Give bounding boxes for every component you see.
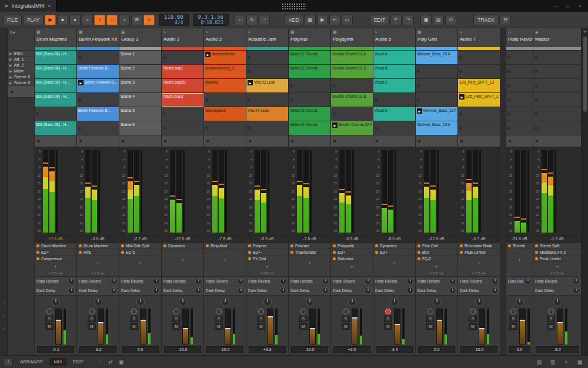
device-item-blur[interactable]: Blur (416, 249, 457, 256)
empty-clip-slot[interactable] (204, 121, 246, 135)
add-device-button[interactable]: + (289, 256, 330, 271)
mute-button[interactable]: M (172, 323, 181, 330)
play-menu-button[interactable]: PLAY (23, 15, 44, 25)
scene-play-icon[interactable]: ▶ (9, 81, 12, 85)
clip-fallonapiano[interactable]: fallonapiano (204, 107, 246, 121)
volume-fader[interactable] (436, 309, 443, 344)
track-header[interactable]: ≈Audio 7 (458, 28, 500, 51)
device-item-peak-limiter[interactable]: Peak Limiter (458, 249, 500, 256)
view-tab-edit[interactable]: EDIT (68, 358, 88, 366)
clip-berlin-firework-b[interactable]: Berlin Firework B... (77, 65, 119, 79)
devices-panel-toggle-icon[interactable]: ▪ (3, 301, 4, 304)
record-arm-button[interactable] (300, 309, 306, 314)
scene-play-icon[interactable]: ▶ (9, 51, 12, 55)
empty-clip-slot[interactable] (458, 65, 500, 79)
track-stop-button[interactable]: ■ (291, 138, 294, 144)
send-level-knob[interactable] (111, 287, 117, 294)
clip-soulful-chords-01-b[interactable]: Soulful Chords 01 B (331, 65, 373, 79)
volume-fader[interactable] (182, 309, 189, 344)
empty-clip-slot[interactable] (533, 79, 581, 93)
track-stop-button[interactable]: ■ (122, 138, 125, 144)
scene-play-icon[interactable]: ▶ (9, 63, 12, 67)
send-level-knob[interactable] (68, 287, 75, 294)
send-slot-dark-delay[interactable]: Dark Delay (35, 286, 76, 296)
add-device-button[interactable]: + (416, 262, 457, 271)
solo-button[interactable]: S (172, 316, 181, 322)
tempo-value[interactable]: 110.00 (164, 15, 183, 20)
clip-soulful-chords-02-b[interactable]: Soulful Chords 02 B (331, 93, 373, 107)
empty-clip-slot[interactable] (77, 93, 119, 107)
device-item-multiband-fx-3[interactable]: Multiband FX-3 (533, 249, 581, 256)
add-device-button[interactable]: + (246, 262, 288, 271)
scene-play-icon[interactable]: ▶ (9, 75, 12, 79)
scene-main[interactable]: ▶Main (8, 68, 34, 74)
volume-fader[interactable] (225, 309, 231, 344)
empty-clip-slot[interactable] (246, 65, 288, 79)
pan-knob[interactable] (179, 298, 187, 306)
track-header[interactable]: ≈Audio 1 (162, 28, 203, 51)
send-slot-plate-reverb[interactable]: Plate Reverb (162, 277, 203, 286)
clip-120-perc-spft-13[interactable]: 120_Perc_SPFT_13 (458, 79, 500, 93)
track-stop-button[interactable]: ■ (206, 138, 209, 144)
track-stop-button[interactable]: ■ (376, 138, 379, 144)
empty-clip-slot[interactable] (373, 93, 415, 107)
track-stop-button[interactable]: ■ (460, 138, 463, 144)
device-enable-icon[interactable] (333, 251, 336, 254)
device-item-dynamics[interactable]: Dynamics (373, 243, 415, 249)
device-item-eq[interactable]: EQ+ (373, 249, 415, 256)
add-device-button[interactable]: + (533, 262, 581, 271)
track-stop-button[interactable]: ■ (418, 138, 421, 144)
mute-button[interactable]: M (342, 323, 350, 330)
empty-clip-slot[interactable] (416, 93, 457, 107)
sends-panel-toggle-icon[interactable]: ▪ (3, 314, 4, 317)
add-device-button[interactable]: + (458, 256, 500, 271)
clip-minimal-bass-13-a[interactable]: Minimal_Bass_13 A (416, 121, 457, 135)
send-level-knob[interactable] (153, 278, 159, 284)
send-slot-dark-delay[interactable]: Dark Delay (416, 286, 457, 296)
send-level-knob[interactable] (492, 278, 498, 284)
add-device-button[interactable]: + (35, 262, 76, 271)
empty-clip-slot[interactable] (162, 121, 203, 135)
clip-vita-03-lead[interactable]: ▶Vita 03 Lead (246, 79, 288, 93)
mute-button[interactable]: M (88, 323, 96, 330)
solo-button[interactable]: S (299, 316, 308, 322)
device-item-eq-2[interactable]: EQ-2 (416, 256, 457, 262)
swing-button[interactable]: ~ (259, 15, 270, 25)
clip-scene-6[interactable]: Scene 6 (119, 121, 161, 135)
empty-clip-slot[interactable] (506, 65, 533, 79)
device-enable-icon[interactable] (248, 244, 251, 247)
clip-scene-1[interactable]: Scene 1 (119, 51, 161, 65)
delete-button[interactable]: ∅ (445, 15, 456, 25)
send-level-knob[interactable] (449, 278, 456, 284)
empty-clip-slot[interactable] (506, 107, 533, 121)
device-item-amp[interactable]: Amp (77, 249, 119, 256)
device-enable-icon[interactable] (375, 251, 378, 254)
device-enable-icon[interactable] (535, 244, 538, 247)
clip-vocal-d[interactable]: Vocal D (373, 107, 415, 121)
empty-clip-slot[interactable] (77, 121, 119, 135)
device-enable-icon[interactable] (333, 244, 336, 247)
clip-vocal-c[interactable]: Vocal C (373, 79, 415, 93)
empty-clip-slot[interactable] (35, 107, 76, 121)
send-level-knob[interactable] (280, 278, 286, 284)
redo-button[interactable]: ↷ (403, 15, 414, 25)
empty-clip-slot[interactable] (458, 51, 500, 65)
scene-menu-icon[interactable]: ≡▾ (10, 30, 15, 35)
add-button[interactable]: ADD (285, 15, 303, 25)
empty-clip-slot[interactable] (204, 93, 246, 107)
track-header[interactable]: ≈Acoustic Jam (246, 28, 288, 51)
send-level-knob[interactable] (195, 278, 202, 284)
track-stop-button[interactable]: ■ (164, 138, 167, 144)
pan-knob[interactable] (52, 298, 60, 306)
automation-write-button[interactable]: ≈ (82, 15, 93, 25)
send-slot-plate-reverb[interactable]: Plate Reverb (204, 277, 246, 286)
faders-panel-toggle-icon[interactable]: ▪ (3, 327, 4, 330)
clip-deceleratefall[interactable]: ▶deceleratefall (204, 51, 246, 65)
scene-scene-5[interactable]: ▶Scene 5 (8, 74, 34, 80)
record-arm-button[interactable] (427, 309, 433, 314)
record-arm-button[interactable] (510, 309, 516, 314)
volume-fader[interactable] (394, 309, 400, 344)
record-arm-button[interactable] (46, 309, 52, 314)
play-button[interactable]: ▶ (45, 15, 56, 25)
stop-button[interactable]: ■ (57, 15, 68, 25)
